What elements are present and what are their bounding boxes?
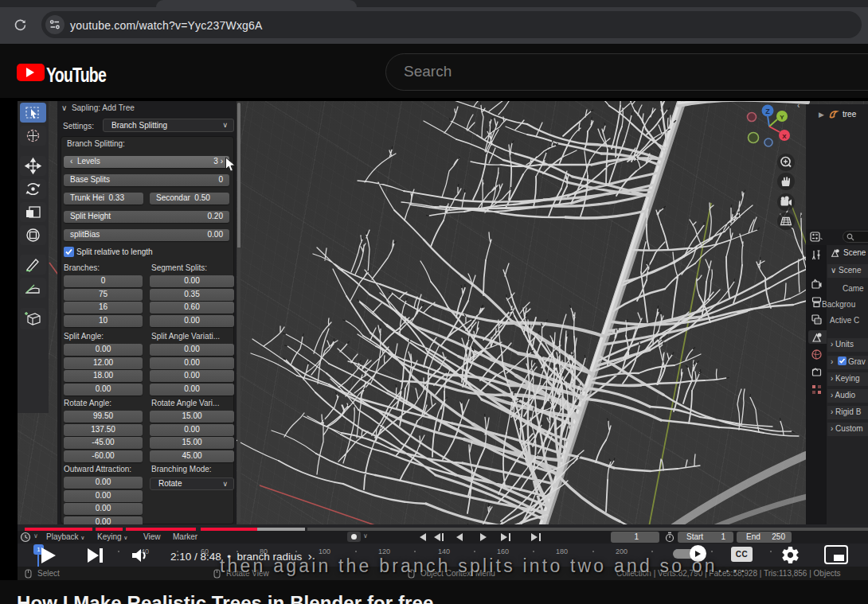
svg-text:X: X: [782, 133, 787, 140]
svg-text:‹: ‹: [797, 101, 800, 110]
svg-text:Y: Y: [780, 114, 784, 121]
svg-text:Z: Z: [765, 107, 770, 115]
